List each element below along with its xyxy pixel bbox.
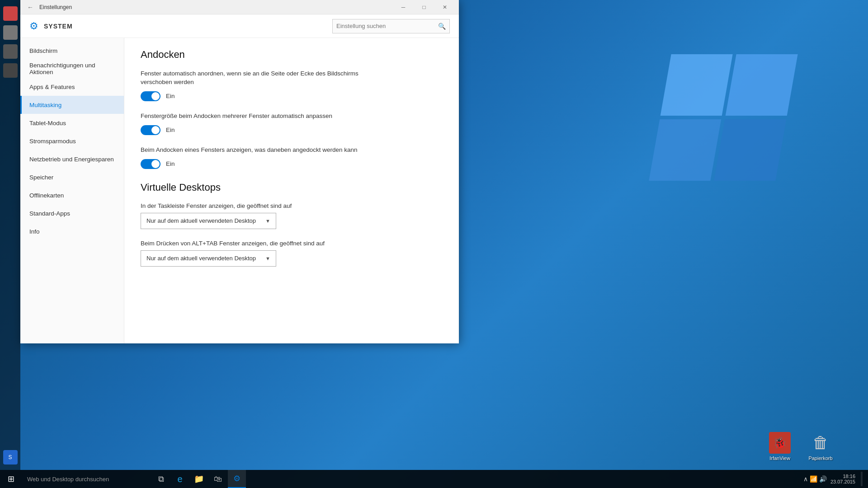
settings-taskbar-icon: ⚙ <box>233 474 241 483</box>
taskview-button[interactable]: ⧉ <box>152 470 170 488</box>
toggle2-description: Fenstergröße beim Andocken mehrerer Fens… <box>141 112 367 121</box>
dropdown2-description: Beim Drücken von ALT+TAB Fenster anzeige… <box>141 240 367 247</box>
time-display: 18:16 <box>843 474 855 479</box>
window-controls: ─ □ ✕ <box>393 0 455 14</box>
setting-row-1: Fenster automatisch anordnen, wenn sie a… <box>141 70 443 101</box>
taskbar-right: ∧ 📶 🔊 18:16 23.07.2015 <box>803 472 868 486</box>
close-button[interactable]: ✕ <box>434 0 455 14</box>
recycle-bin-icon: 🗑 <box>810 432 831 454</box>
dropdown-row-2: Beim Drücken von ALT+TAB Fenster anzeige… <box>141 240 443 267</box>
dropdown1-value: Nur auf dem aktuell verwendeten Desktop <box>146 217 256 224</box>
sidebar-item-multitasking[interactable]: Multitasking <box>20 96 124 114</box>
toggle1-row: Ein <box>141 91 443 101</box>
settings-taskbar-button[interactable]: ⚙ <box>228 470 246 488</box>
settings-header: ⚙ SYSTEM 🔍 <box>20 14 459 38</box>
toggle1-label: Ein <box>166 93 175 99</box>
irfanview-desktop-icon[interactable]: 🐞 IrfanView <box>762 432 798 461</box>
search-input[interactable] <box>336 23 438 29</box>
toggle3-label: Ein <box>166 160 175 167</box>
store-button[interactable]: 🛍 <box>209 470 227 488</box>
toggle2-label: Ein <box>166 127 175 133</box>
store-icon: 🛍 <box>214 474 222 484</box>
sidebar-item-standard-apps[interactable]: Standard-Apps <box>20 204 124 222</box>
maximize-button[interactable]: □ <box>414 0 434 14</box>
gear-icon: ⚙ <box>29 20 38 32</box>
sidebar: Bildschirm Benachrichtigungen und Aktion… <box>20 38 124 343</box>
dropdown2-value: Nur auf dem aktuell verwendeten Desktop <box>146 255 256 262</box>
toggle3-row: Ein <box>141 159 443 169</box>
minimize-button[interactable]: ─ <box>393 0 414 14</box>
settings-window: ← Einstellungen ─ □ ✕ ⚙ SYSTEM 🔍 Bild <box>20 0 459 343</box>
date-display: 23.07.2015 <box>830 479 855 484</box>
sidebar-item-info[interactable]: Info <box>20 222 124 240</box>
dropdown-row-1: In der Taskleiste Fenster anzeigen, die … <box>141 202 443 229</box>
irfanview-icon: 🐞 <box>769 432 791 454</box>
andocken-title: Andocken <box>141 49 443 61</box>
edge-button[interactable]: e <box>171 470 189 488</box>
explorer-icon: 📁 <box>194 474 204 484</box>
taskbar-icons: ⧉ e 📁 🛍 ⚙ <box>152 470 246 488</box>
virtuelle-title: Virtuelle Desktops <box>141 182 443 193</box>
windows-logo <box>660 54 787 181</box>
desktop-sidebar-item-1[interactable] <box>1 5 19 23</box>
dropdown1-description: In der Taskleiste Fenster anzeigen, die … <box>141 202 367 209</box>
desktop-sidebar-item-4[interactable] <box>1 61 19 80</box>
system-tray: ∧ 📶 🔊 <box>803 475 827 483</box>
explorer-button[interactable]: 📁 <box>190 470 208 488</box>
maximize-icon: □ <box>422 4 425 10</box>
sidebar-item-speicher[interactable]: Speicher <box>20 168 124 186</box>
network-icon[interactable]: 📶 <box>810 475 817 483</box>
toggle1[interactable] <box>141 91 160 101</box>
taskbar-search-text: Web und Desktop durchsuchen <box>27 476 109 483</box>
show-desktop-button[interactable] <box>861 472 863 486</box>
recycle-bin-label: Papierkorb <box>808 455 832 461</box>
setting-row-2: Fenstergröße beim Andocken mehrerer Fens… <box>141 112 443 135</box>
dropdown2[interactable]: Nur auf dem aktuell verwendeten Desktop … <box>141 250 276 267</box>
toggle1-description: Fenster automatisch anordnen, wenn sie a… <box>141 70 367 87</box>
title-bar: ← Einstellungen ─ □ ✕ <box>20 0 459 14</box>
content-area: Andocken Fenster automatisch anordnen, w… <box>124 38 459 343</box>
desktop-sidebar-item-3[interactable] <box>1 42 19 61</box>
taskview-icon: ⧉ <box>158 474 164 484</box>
search-icon: 🔍 <box>438 23 446 30</box>
sidebar-item-netzbetrieb[interactable]: Netzbetrieb und Energiesparen <box>20 150 124 168</box>
setting-row-3: Beim Andocken eines Fensters anzeigen, w… <box>141 146 443 169</box>
minimize-icon: ─ <box>401 4 406 10</box>
toggle3-description: Beim Andocken eines Fensters anzeigen, w… <box>141 146 367 155</box>
chevron-down-icon-2: ▼ <box>265 256 270 261</box>
recycle-bin-desktop-icon[interactable]: 🗑 Papierkorb <box>802 432 839 461</box>
taskbar-search[interactable]: Web und Desktop durchsuchen <box>22 470 148 488</box>
desktop-sidebar-item-5[interactable]: S <box>1 448 19 466</box>
sidebar-item-offlinekarten[interactable]: Offlinekarten <box>20 186 124 204</box>
sidebar-item-apps-features[interactable]: Apps & Features <box>20 78 124 96</box>
taskbar: ⊞ Web und Desktop durchsuchen ⧉ e 📁 🛍 ⚙ … <box>0 470 868 488</box>
toggle2-row: Ein <box>141 125 443 135</box>
clock[interactable]: 18:16 23.07.2015 <box>830 474 855 484</box>
start-button[interactable]: ⊞ <box>0 470 22 488</box>
toggle3[interactable] <box>141 159 160 169</box>
volume-icon[interactable]: 🔊 <box>819 475 827 483</box>
search-box[interactable]: 🔍 <box>332 19 450 33</box>
sidebar-item-benachrichtigungen[interactable]: Benachrichtigungen und Aktionen <box>20 60 124 78</box>
sidebar-item-stromsparmodus[interactable]: Stromsparmodus <box>20 132 124 150</box>
back-icon: ← <box>27 4 33 11</box>
back-button[interactable]: ← <box>24 1 37 14</box>
toggle2[interactable] <box>141 125 160 135</box>
settings-body: Bildschirm Benachrichtigungen und Aktion… <box>20 38 459 343</box>
system-title: SYSTEM <box>44 23 73 30</box>
desktop-sidebar: S <box>0 0 20 470</box>
sidebar-item-tablet-modus[interactable]: Tablet-Modus <box>20 114 124 132</box>
close-icon: ✕ <box>443 4 447 10</box>
edge-icon: e <box>177 474 182 484</box>
dropdown1[interactable]: Nur auf dem aktuell verwendeten Desktop … <box>141 213 276 229</box>
start-icon: ⊞ <box>8 474 14 484</box>
window-title: Einstellungen <box>37 4 393 10</box>
irfanview-label: IrfanView <box>769 455 790 461</box>
desktop-sidebar-item-2[interactable] <box>1 23 19 42</box>
sidebar-item-bildschirm[interactable]: Bildschirm <box>20 42 124 60</box>
chevron-down-icon-1: ▼ <box>265 218 270 224</box>
tray-arrow-icon[interactable]: ∧ <box>803 475 808 483</box>
